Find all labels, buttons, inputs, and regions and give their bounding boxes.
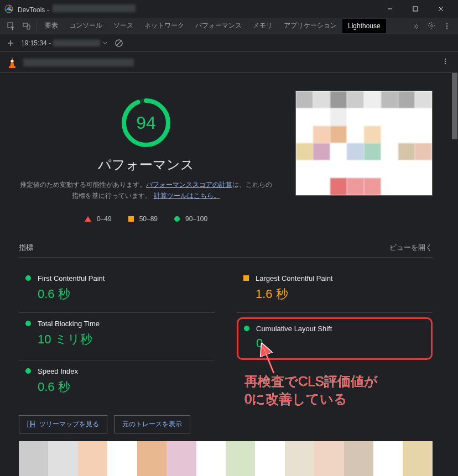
tab-elements[interactable]: 要素 xyxy=(39,18,64,34)
metric-tbt[interactable]: Total Blocking Time 10 ミリ秒 xyxy=(19,312,215,360)
window-titlebar: DevTools - xyxy=(0,0,458,18)
metric-fcp[interactable]: First Contentful Paint 0.6 秒 xyxy=(19,268,215,312)
score-legend: 0–49 50–89 90–100 xyxy=(85,215,207,223)
tab-console[interactable]: コンソール xyxy=(64,18,108,34)
inspect-icon[interactable] xyxy=(4,19,18,33)
calc-tool-link[interactable]: 計算ツールはこちら。 xyxy=(154,192,220,200)
report-kebab-menu[interactable] xyxy=(439,55,451,69)
score-calc-link[interactable]: パフォーマンススコアの計算 xyxy=(146,181,232,189)
svg-rect-26 xyxy=(31,425,35,427)
svg-point-19 xyxy=(445,59,446,60)
tab-network[interactable]: ネットワーク xyxy=(139,18,190,34)
svg-point-10 xyxy=(446,23,447,24)
tbt-value: 10 ミリ秒 xyxy=(38,331,208,348)
fcp-value: 0.6 秒 xyxy=(38,286,208,302)
report-body: 94 パフォーマンス 推定値のため変動する可能性があります。パフォーマンススコア… xyxy=(0,73,451,476)
performance-gauge[interactable]: 94 xyxy=(121,97,171,148)
good-dot-icon xyxy=(25,275,31,281)
si-value: 0.6 秒 xyxy=(38,379,208,395)
svg-point-20 xyxy=(445,61,446,62)
triangle-icon xyxy=(85,216,91,222)
report-timestamp[interactable]: 19:15:34 - xyxy=(21,39,108,47)
new-report-button[interactable] xyxy=(4,37,17,49)
avg-square-icon xyxy=(243,275,249,281)
filmstrip[interactable] xyxy=(19,441,433,476)
report-url xyxy=(23,59,134,66)
page-screenshot[interactable] xyxy=(295,91,433,196)
tab-memory[interactable]: メモリ xyxy=(247,18,278,34)
device-icon[interactable] xyxy=(20,19,33,33)
good-dot-icon xyxy=(25,321,31,326)
performance-score: 94 xyxy=(136,113,156,133)
devtools-tabs: 要素 コンソール ソース ネットワーク パフォーマンス メモリ アプリケーション… xyxy=(0,18,458,34)
treemap-button[interactable]: ツリーマップを見る xyxy=(19,415,107,433)
good-dot-icon xyxy=(25,368,31,374)
vertical-scrollbar[interactable] xyxy=(451,73,458,476)
metrics-label: 指標 xyxy=(19,243,33,253)
metric-si[interactable]: Speed Index 0.6 秒 xyxy=(19,360,215,405)
annotation-arrow xyxy=(260,343,282,376)
svg-line-16 xyxy=(117,41,121,45)
svg-point-9 xyxy=(430,25,433,27)
svg-point-12 xyxy=(446,27,447,28)
svg-rect-3 xyxy=(413,7,418,11)
close-button[interactable] xyxy=(428,0,454,18)
performance-description: 推定値のため変動する可能性があります。パフォーマンススコアの計算は、これらの指標… xyxy=(19,179,273,202)
svg-point-21 xyxy=(445,63,446,64)
square-icon xyxy=(128,216,134,222)
performance-title: パフォーマンス xyxy=(98,156,194,174)
svg-point-11 xyxy=(446,25,447,26)
lighthouse-toolbar: 19:15:34 - xyxy=(0,34,458,52)
settings-icon[interactable] xyxy=(425,19,438,33)
tab-application[interactable]: アプリケーション xyxy=(278,18,342,34)
treemap-icon xyxy=(27,421,35,427)
good-dot-icon xyxy=(244,326,249,331)
window-title: DevTools - xyxy=(18,4,377,14)
tab-performance[interactable]: パフォーマンス xyxy=(190,18,247,34)
clear-icon[interactable] xyxy=(114,39,123,48)
metric-lcp[interactable]: Largest Contentful Paint 1.6 秒 xyxy=(237,268,433,312)
annotation-text: 再検査でCLS評価値が0に改善している xyxy=(244,373,378,409)
tab-sources[interactable]: ソース xyxy=(108,18,139,34)
trace-button[interactable]: 元のトレースを表示 xyxy=(114,415,190,433)
lighthouse-cone-icon xyxy=(7,56,18,69)
kebab-menu-icon[interactable] xyxy=(440,19,454,33)
svg-line-28 xyxy=(263,347,274,373)
tab-lighthouse[interactable]: Lighthouse xyxy=(342,19,386,33)
chrome-icon xyxy=(4,4,13,13)
lcp-value: 1.6 秒 xyxy=(256,286,426,302)
svg-rect-24 xyxy=(27,421,30,427)
report-header xyxy=(0,52,458,73)
maximize-button[interactable] xyxy=(403,0,428,18)
circle-icon xyxy=(174,216,180,222)
svg-rect-18 xyxy=(11,60,14,62)
svg-rect-17 xyxy=(9,66,15,68)
minimize-button[interactable] xyxy=(377,0,403,18)
svg-rect-25 xyxy=(31,421,35,424)
more-tabs-icon[interactable] xyxy=(409,19,423,33)
expand-view-link[interactable]: ビューを開く xyxy=(389,243,433,253)
